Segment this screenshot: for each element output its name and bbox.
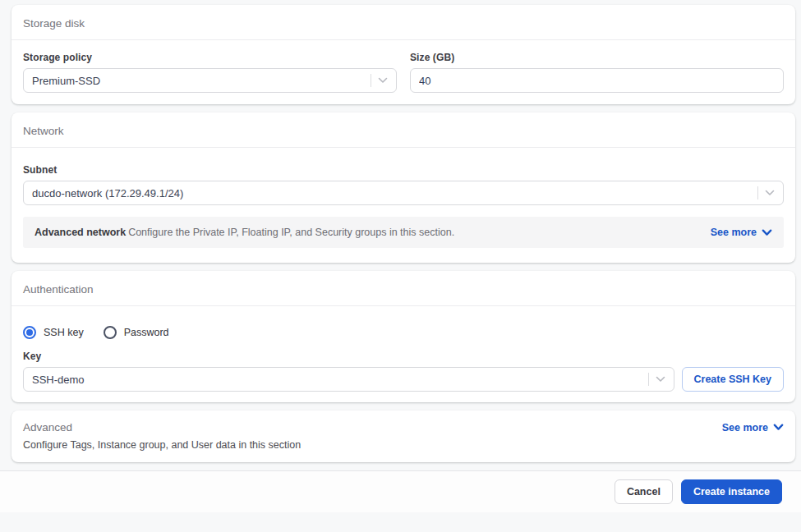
advanced-section: Advanced See more Configure Tags, Instan… [12,410,795,462]
cancel-button[interactable]: Cancel [615,479,673,504]
ssh-key-value: SSH-demo [32,374,85,386]
advanced-network-description: Configure the Private IP, Floating IP, a… [128,227,454,238]
footer-action-bar: Cancel Create instance [0,470,801,512]
network-see-more-link[interactable]: See more [711,227,772,238]
auth-method-radio-group: SSH key Password [23,326,784,339]
radio-selected-icon [23,326,36,339]
size-label: Size (GB) [410,52,784,63]
subnet-value: ducdo-network (172.29.49.1/24) [32,187,183,200]
storage-policy-label: Storage policy [23,52,397,63]
section-title-storage-disk: Storage disk [12,5,795,40]
storage-policy-value: Premium-SSD [32,75,100,87]
chevron-down-icon [656,376,665,383]
section-title-network: Network [12,112,795,148]
subnet-label: Subnet [23,164,784,176]
ssh-key-select[interactable]: SSH-demo [23,367,674,392]
storage-disk-section: Storage disk Storage policy Premium-SSD … [12,5,795,104]
advanced-see-more-link[interactable]: See more [722,422,784,433]
advanced-network-text: Advanced networkConfigure the Private IP… [35,227,454,238]
advanced-network-title: Advanced network [35,227,126,238]
chevron-down-icon [762,229,772,236]
radio-ssh-key[interactable]: SSH key [23,326,84,339]
key-label: Key [23,351,784,362]
storage-policy-select[interactable]: Premium-SSD [23,68,397,93]
authentication-section: Authentication SSH key Password Key SSH-… [12,271,795,402]
advanced-network-bar: Advanced networkConfigure the Private IP… [23,217,784,248]
radio-password[interactable]: Password [104,326,169,339]
section-title-authentication: Authentication [12,271,795,306]
radio-password-label: Password [124,327,169,338]
advanced-description: Configure Tags, Instance group, and User… [23,439,784,451]
see-more-label: See more [722,422,768,433]
create-instance-button[interactable]: Create instance [681,479,782,504]
chevron-down-icon [765,190,775,196]
create-ssh-key-button[interactable]: Create SSH Key [682,367,785,392]
chevron-down-icon [773,424,784,431]
radio-unselected-icon [104,326,117,339]
select-divider [648,373,649,386]
chevron-down-icon [378,77,388,84]
network-section: Network Subnet ducdo-network (172.29.49.… [12,112,795,263]
size-input[interactable] [410,68,784,93]
section-title-advanced: Advanced [23,421,72,433]
subnet-select[interactable]: ducdo-network (172.29.49.1/24) [23,181,784,205]
select-divider [757,186,758,200]
radio-ssh-key-label: SSH key [44,327,84,338]
select-divider [371,74,371,87]
see-more-label: See more [711,227,757,238]
